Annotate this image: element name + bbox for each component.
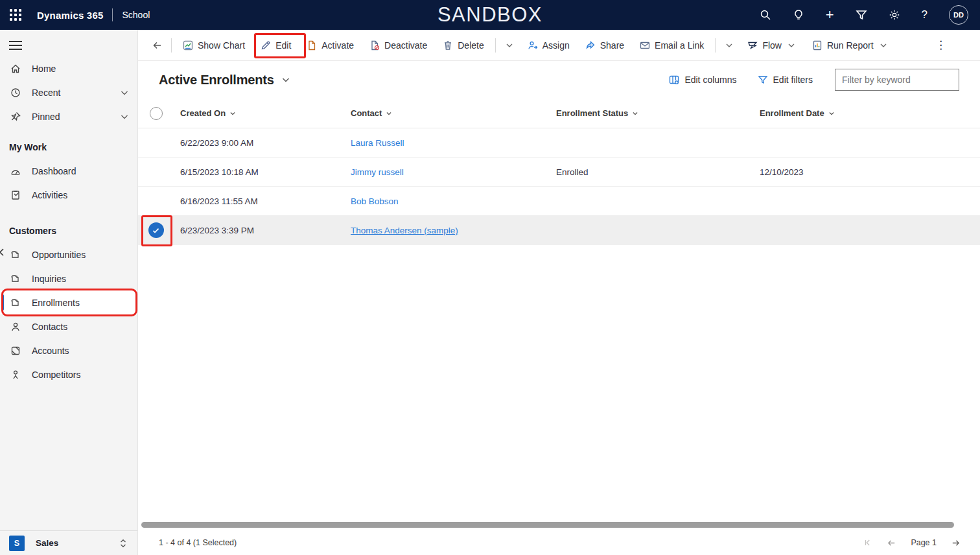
table-row[interactable]: 6/16/2023 11:55 AM Bob Bobson xyxy=(138,187,980,216)
flow-button[interactable]: Flow xyxy=(740,34,804,57)
custom-entity-icon xyxy=(10,250,21,260)
cell-enrollment-date: 12/10/2023 xyxy=(753,167,980,177)
next-page-arrow-icon[interactable] xyxy=(951,538,961,548)
sidebar-item-recent[interactable]: Recent xyxy=(0,80,137,104)
checkmark-icon xyxy=(152,226,160,235)
app-name[interactable]: School xyxy=(122,10,150,20)
sidebar-item-label: Recent xyxy=(32,88,60,98)
filter-by-keyword-input[interactable] xyxy=(835,69,959,91)
edit-columns-label: Edit columns xyxy=(684,75,736,85)
contact-link[interactable]: Thomas Andersen (sample) xyxy=(351,226,458,235)
show-chart-label: Show Chart xyxy=(198,40,245,51)
edit-button[interactable]: Edit xyxy=(253,34,299,57)
first-page-icon[interactable] xyxy=(863,538,872,547)
contact-link[interactable]: Laura Russell xyxy=(351,138,404,148)
sidebar-item-activities[interactable]: Activities xyxy=(0,183,137,207)
deactivate-button[interactable]: Deactivate xyxy=(362,34,435,57)
delete-button[interactable]: Delete xyxy=(435,34,491,57)
edit-columns-button[interactable]: Edit columns xyxy=(661,68,744,91)
sidebar-item-label: Activities xyxy=(32,190,67,200)
sidebar-item-home[interactable]: Home xyxy=(0,56,137,80)
sidebar-item-dashboard[interactable]: Dashboard xyxy=(0,159,137,183)
activate-label: Activate xyxy=(321,40,354,51)
email-a-link-button[interactable]: Email a Link xyxy=(632,34,712,57)
lightbulb-icon[interactable] xyxy=(793,9,804,21)
select-all-checkbox[interactable] xyxy=(150,107,163,120)
activate-button[interactable]: Activate xyxy=(299,34,362,57)
account-icon xyxy=(10,346,21,356)
person-icon xyxy=(10,322,21,332)
settings-gear-icon[interactable] xyxy=(889,9,900,21)
cell-created-on: 6/23/2023 3:39 PM xyxy=(174,226,344,235)
command-bar-divider xyxy=(171,38,172,53)
horizontal-scrollbar[interactable] xyxy=(141,522,954,528)
chart-icon xyxy=(183,40,193,51)
column-header-enrollment-status[interactable]: Enrollment Status xyxy=(550,108,753,118)
deactivate-label: Deactivate xyxy=(384,40,427,51)
edit-filters-funnel-icon xyxy=(758,75,768,85)
sidebar-item-pinned[interactable]: Pinned xyxy=(0,104,137,128)
cell-created-on: 6/15/2023 10:18 AM xyxy=(174,167,344,177)
share-label: Share xyxy=(600,40,624,51)
view-header: Active Enrollments Edit columns Edit fil… xyxy=(138,61,980,99)
chevron-down-icon xyxy=(632,110,638,117)
share-button[interactable]: Share xyxy=(578,34,632,57)
email-envelope-icon xyxy=(640,40,650,51)
show-chart-button[interactable]: Show Chart xyxy=(175,34,253,57)
app-launcher-waffle-icon[interactable] xyxy=(10,9,21,21)
view-selector[interactable]: Active Enrollments xyxy=(159,73,291,88)
chevron-down-icon xyxy=(878,40,889,51)
chevron-down-icon xyxy=(229,110,236,117)
column-header-enrollment-date[interactable]: Enrollment Date xyxy=(753,108,980,118)
main-content: Show Chart Edit Activate Deactivate Dele… xyxy=(138,30,980,555)
edit-label: Edit xyxy=(275,40,291,51)
column-header-contact[interactable]: Contact xyxy=(344,108,550,118)
chevron-down-icon[interactable] xyxy=(119,112,130,122)
help-icon[interactable]: ? xyxy=(922,8,928,21)
run-report-button[interactable]: Run Report xyxy=(804,34,896,57)
competitor-icon xyxy=(10,370,21,380)
table-row-selected[interactable]: 6/23/2023 3:39 PM Thomas Andersen (sampl… xyxy=(138,216,980,245)
horizontal-scroll-zone xyxy=(138,520,980,530)
hamburger-menu-icon[interactable] xyxy=(9,41,22,53)
table-row[interactable]: 6/22/2023 9:00 AM Laura Russell xyxy=(138,128,980,158)
sidebar-item-competitors[interactable]: Competitors xyxy=(0,362,137,386)
area-switcher-chevrons-icon[interactable] xyxy=(118,538,128,549)
delete-split-chevron[interactable] xyxy=(499,34,520,57)
sidebar-item-opportunities[interactable]: Opportunities xyxy=(0,242,137,266)
chevron-down-icon[interactable] xyxy=(119,88,130,98)
command-bar-divider xyxy=(495,38,496,53)
row-checkbox-checked[interactable] xyxy=(148,222,164,238)
contact-link[interactable]: Jimmy russell xyxy=(351,167,404,177)
column-header-created-on[interactable]: Created On xyxy=(174,108,344,118)
new-record-plus-icon[interactable]: + xyxy=(826,10,834,20)
sidebar-section-my-work: My Work xyxy=(0,135,137,159)
topbar-divider xyxy=(112,8,113,21)
email-split-chevron[interactable] xyxy=(719,34,740,57)
view-title: Active Enrollments xyxy=(159,73,274,88)
user-avatar[interactable]: DD xyxy=(949,5,968,25)
area-switcher[interactable]: S Sales xyxy=(0,530,137,555)
pin-icon xyxy=(10,112,21,122)
more-commands-button[interactable]: ⋮ xyxy=(929,38,953,52)
filter-icon[interactable] xyxy=(856,9,867,21)
table-row[interactable]: 6/15/2023 10:18 AM Jimmy russell Enrolle… xyxy=(138,158,980,187)
sidebar-item-label: Enrollments xyxy=(32,298,80,308)
search-icon[interactable] xyxy=(760,9,771,21)
back-button[interactable] xyxy=(147,34,168,57)
cell-enrollment-status: Enrolled xyxy=(550,167,753,177)
sidebar-item-label: Home xyxy=(32,64,56,74)
edit-filters-button[interactable]: Edit filters xyxy=(750,68,821,91)
sidebar-item-contacts[interactable]: Contacts xyxy=(0,314,137,338)
contact-link[interactable]: Bob Bobson xyxy=(351,196,399,206)
command-bar: Show Chart Edit Activate Deactivate Dele… xyxy=(138,30,980,61)
sidebar-item-accounts[interactable]: Accounts xyxy=(0,338,137,362)
sidebar-item-enrollments[interactable]: Enrollments xyxy=(0,290,137,314)
sidebar-item-inquiries[interactable]: Inquiries xyxy=(0,266,137,290)
command-bar-divider xyxy=(715,38,716,53)
flow-icon xyxy=(747,40,758,51)
previous-page-arrow-icon[interactable] xyxy=(887,538,896,548)
assign-button[interactable]: Assign xyxy=(520,34,578,57)
sidebar-item-label: Contacts xyxy=(32,322,67,332)
product-name[interactable]: Dynamics 365 xyxy=(37,10,103,21)
